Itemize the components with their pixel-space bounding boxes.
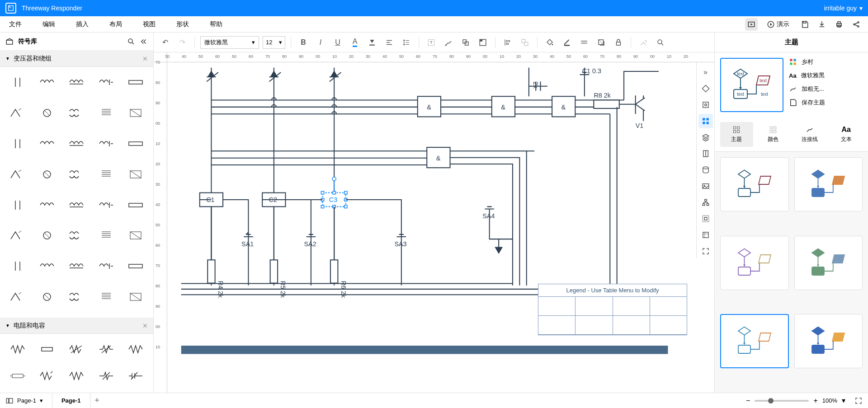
symbol-item[interactable] (64, 255, 90, 277)
theme-opt-style[interactable]: 乡村 (789, 58, 863, 66)
slideshow-icon[interactable] (745, 18, 758, 31)
symbol-item[interactable] (5, 133, 30, 155)
tab-theme[interactable]: 主题 (720, 122, 753, 147)
canvas[interactable]: & & & & C1 C2 C3 SA1 SA2 SA3 SA4 R4 2k (167, 62, 714, 393)
symbol-item[interactable] (5, 164, 30, 185)
symbol-item[interactable] (5, 255, 30, 277)
menu-insert[interactable]: 插入 (72, 19, 92, 30)
symbol-item[interactable] (64, 194, 90, 216)
symbol-item[interactable] (64, 286, 90, 308)
page-tab[interactable]: Page-1 (52, 393, 90, 408)
tools-button[interactable] (637, 36, 650, 49)
menu-layout[interactable]: 布局 (106, 19, 126, 30)
symbol-item[interactable] (64, 164, 90, 185)
symbol-item[interactable] (64, 102, 90, 124)
symbol-item[interactable] (5, 225, 30, 246)
properties-icon[interactable] (698, 98, 713, 112)
symbol-item[interactable] (34, 255, 60, 277)
symbol-item[interactable] (64, 225, 90, 246)
style-icon[interactable] (698, 81, 713, 96)
category-resistors[interactable]: ▼ 电阻和电容 ✕ (0, 318, 153, 334)
symbol-item[interactable] (5, 71, 30, 93)
symbol-item[interactable] (123, 133, 149, 155)
symbol-item[interactable] (34, 286, 60, 308)
symbol-item[interactable] (93, 338, 119, 360)
theme-card[interactable] (794, 314, 863, 368)
symbol-item[interactable] (64, 365, 90, 387)
align-left-button[interactable] (501, 36, 514, 49)
download-icon[interactable] (816, 18, 828, 31)
symbol-item[interactable] (93, 133, 119, 155)
expand-panel-icon[interactable]: » (698, 65, 713, 80)
symbol-item[interactable] (123, 255, 149, 277)
search-canvas-button[interactable] (654, 36, 667, 49)
fit-screen-icon[interactable] (854, 397, 863, 405)
zoom-in-button[interactable]: + (813, 397, 817, 405)
bold-button[interactable]: B (297, 36, 310, 49)
tab-text[interactable]: Aa文本 (830, 122, 863, 147)
search-icon[interactable] (127, 38, 135, 46)
symbol-item[interactable] (93, 194, 119, 216)
image-icon[interactable] (698, 179, 713, 193)
fill-button[interactable] (543, 36, 557, 49)
symbol-item[interactable] (64, 338, 90, 360)
page-dropdown[interactable]: Page-1▾ (14, 393, 52, 408)
menu-help[interactable]: 帮助 (206, 19, 226, 30)
zoom-dropdown-icon[interactable]: ▾ (842, 396, 845, 405)
menu-view[interactable]: 视图 (139, 19, 159, 30)
group-button[interactable] (518, 36, 532, 49)
symbol-item[interactable] (123, 102, 149, 124)
symbol-item[interactable] (93, 286, 119, 308)
symbol-item[interactable] (5, 365, 30, 387)
line-color-button[interactable] (560, 36, 574, 49)
text-color-button[interactable]: A (348, 36, 362, 49)
theme-card[interactable] (720, 236, 789, 290)
page-icon[interactable] (698, 146, 713, 161)
pages-icon[interactable] (5, 397, 14, 405)
size-select[interactable]: 12▾ (263, 36, 285, 49)
symbol-item[interactable] (93, 225, 119, 246)
symbol-item[interactable] (64, 133, 90, 155)
symbol-item[interactable] (34, 71, 60, 93)
symbol-item[interactable] (5, 194, 30, 216)
menu-shape[interactable]: 形状 (173, 19, 193, 30)
symbol-item[interactable] (5, 286, 30, 308)
connector-button[interactable] (442, 36, 455, 49)
container-button[interactable] (476, 36, 490, 49)
shadow-button[interactable] (594, 36, 608, 49)
symbol-item[interactable] (34, 225, 60, 246)
symbol-item[interactable] (123, 71, 149, 93)
symbol-item[interactable] (93, 255, 119, 277)
lock-button[interactable] (612, 36, 625, 49)
symbol-item[interactable] (93, 365, 119, 387)
italic-button[interactable]: I (314, 36, 327, 49)
symbol-item[interactable] (93, 102, 119, 124)
symbol-item[interactable] (5, 338, 30, 360)
undo-button[interactable]: ↶ (158, 36, 172, 49)
symbol-item[interactable] (123, 338, 149, 360)
share-icon[interactable] (850, 18, 863, 31)
symbol-item[interactable] (34, 133, 60, 155)
symbol-item[interactable] (5, 102, 30, 124)
font-select[interactable]: 微软雅黑▾ (200, 36, 259, 49)
comment-icon[interactable] (698, 211, 713, 226)
print-icon[interactable] (833, 18, 845, 31)
symbol-item[interactable] (34, 102, 60, 124)
underline-button[interactable]: U (331, 36, 344, 49)
line-spacing-button[interactable] (400, 36, 413, 49)
text-highlight-button[interactable] (365, 36, 379, 49)
zoom-slider[interactable] (755, 400, 809, 402)
close-icon[interactable]: ✕ (142, 55, 148, 62)
save-icon[interactable] (798, 18, 811, 31)
line-style-button[interactable] (577, 36, 591, 49)
theme-card[interactable] (794, 236, 863, 290)
user-menu[interactable]: irritable guy ▾ (824, 5, 863, 12)
theme-icon[interactable] (698, 114, 713, 128)
fullscreen-icon[interactable] (698, 244, 713, 258)
symbol-item[interactable] (123, 365, 149, 387)
theme-opt-connector[interactable]: 加粗无... (789, 85, 863, 93)
add-page-button[interactable]: + (90, 396, 104, 405)
symbol-item[interactable] (123, 164, 149, 185)
menu-edit[interactable]: 编辑 (39, 19, 59, 30)
theme-opt-font[interactable]: Aa微软雅黑 (789, 71, 863, 80)
